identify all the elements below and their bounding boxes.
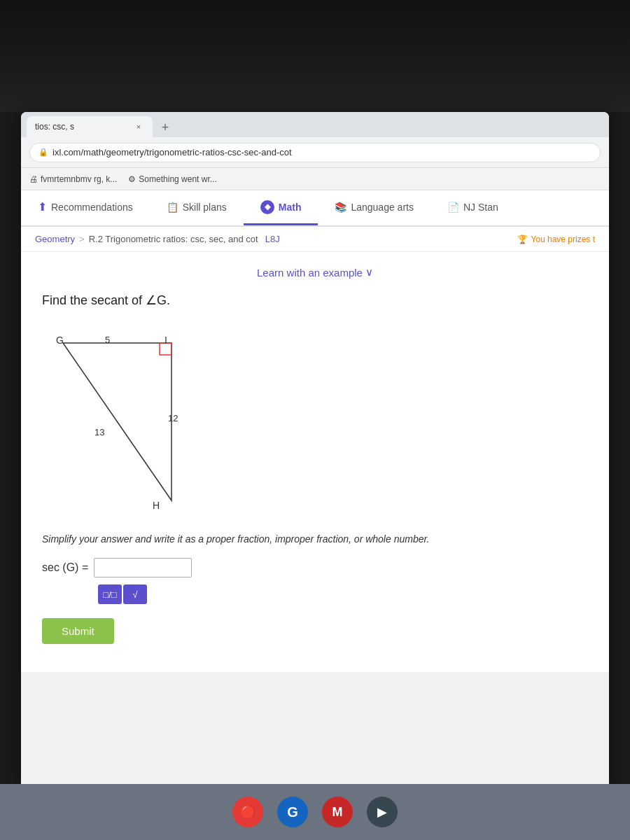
lock-icon: 🔒 xyxy=(38,148,48,157)
nav-nj-state[interactable]: 📄 NJ Stan xyxy=(430,190,515,225)
prize-notice: 🏆 You have prizes t xyxy=(517,234,595,244)
nav-math-label: Math xyxy=(279,202,302,213)
equation-label: sec (G) = xyxy=(42,561,88,574)
triangle-diagram: G 5 I 12 13 H xyxy=(56,322,238,518)
bookmark-label-1: fvmrtemnbmv rg, k... xyxy=(41,174,117,184)
tab-bar: tios: csc, s × + xyxy=(21,112,609,137)
breadcrumb-bar: Geometry > R.2 Trigonometric ratios: csc… xyxy=(21,227,609,252)
breadcrumb-code: L8J xyxy=(265,234,280,244)
triangle-svg xyxy=(56,322,210,511)
submit-button[interactable]: Submit xyxy=(42,618,114,644)
nav-recommendations-label: Recommendations xyxy=(51,202,133,213)
laptop-frame-top xyxy=(0,0,630,112)
learn-example-text: Learn with an example xyxy=(257,267,363,279)
learn-example-section: Learn with an example ∨ xyxy=(42,266,588,279)
tab-title: tios: csc, s xyxy=(35,122,74,132)
play-icon: ▶ xyxy=(377,804,387,820)
bookmark-1[interactable]: 🖨 fvmrtemnbmv rg, k... xyxy=(29,174,117,184)
nav-language-arts-label: Language arts xyxy=(351,202,414,213)
taskbar-icon-gmail[interactable]: M xyxy=(322,797,353,827)
vertex-i-label: I xyxy=(164,335,167,346)
trophy-icon: 🏆 xyxy=(517,234,528,244)
math-icon: ◆ xyxy=(260,200,274,214)
browser-window: tios: csc, s × + 🔒 ixl.com/math/geometry… xyxy=(21,112,609,784)
fraction-button[interactable]: □/□ xyxy=(98,584,122,604)
skill-plans-icon: 📋 xyxy=(167,202,178,213)
svg-marker-0 xyxy=(63,343,172,500)
nav-language-arts[interactable]: 📚 Language arts xyxy=(318,190,430,225)
nav-math[interactable]: ◆ Math xyxy=(244,190,318,225)
nav-nj-state-label: NJ Stan xyxy=(463,202,498,213)
question-text: Find the secant of ∠G. xyxy=(42,293,588,308)
nj-state-icon: 📄 xyxy=(447,202,459,213)
taskbar: 🔴 G M ▶ xyxy=(0,784,630,840)
side-gh-label: 13 xyxy=(94,427,104,438)
chevron-down-icon: ∨ xyxy=(365,266,373,279)
bookmarks-bar: 🖨 fvmrtemnbmv rg, k... ⚙ Something went … xyxy=(21,168,609,190)
bookmark-icon-2: ⚙ xyxy=(128,174,136,184)
url-text: ixl.com/math/geometry/trigonometric-rati… xyxy=(52,147,292,158)
ixl-nav: ⬆ Recommendations 📋 Skill plans ◆ Math 📚… xyxy=(21,190,609,227)
language-arts-icon: 📚 xyxy=(335,202,346,213)
breadcrumb-lesson: R.2 Trigonometric ratios: csc, sec, and … xyxy=(89,234,258,244)
bookmark-icon-1: 🖨 xyxy=(29,174,38,184)
taskbar-icon-play[interactable]: ▶ xyxy=(367,797,398,827)
answer-section: Simplify your answer and write it as a p… xyxy=(42,532,588,644)
breadcrumb-geometry[interactable]: Geometry xyxy=(35,234,75,244)
new-tab-button[interactable]: + xyxy=(155,118,175,137)
active-tab[interactable]: tios: csc, s × xyxy=(27,116,153,137)
nav-skill-plans[interactable]: 📋 Skill plans xyxy=(150,190,244,225)
address-bar-row: 🔒 ixl.com/math/geometry/trigonometric-ra… xyxy=(21,137,609,168)
tab-close-button[interactable]: × xyxy=(133,121,144,132)
google-icon: G xyxy=(287,804,298,820)
math-buttons: □/□ √ xyxy=(98,584,588,604)
simplify-instructions: Simplify your answer and write it as a p… xyxy=(42,532,588,547)
nav-skill-plans-label: Skill plans xyxy=(183,202,227,213)
gmail-icon: M xyxy=(332,805,343,820)
bookmark-2[interactable]: ⚙ Something went wr... xyxy=(128,174,216,184)
vertex-h-label: H xyxy=(153,500,160,511)
equation-row: sec (G) = xyxy=(42,558,588,578)
taskbar-icon-1[interactable]: 🔴 xyxy=(232,797,263,827)
address-bar[interactable]: 🔒 ixl.com/math/geometry/trigonometric-ra… xyxy=(29,143,601,162)
answer-input[interactable] xyxy=(94,558,192,578)
side-ih-label: 12 xyxy=(168,413,178,424)
bookmark-label-2: Something went wr... xyxy=(139,174,216,184)
taskbar-app-icon-1: 🔴 xyxy=(240,804,255,820)
vertex-g-label: G xyxy=(56,335,64,346)
nav-recommendations[interactable]: ⬆ Recommendations xyxy=(21,190,150,225)
side-gi-label: 5 xyxy=(105,335,110,345)
prize-text: You have prizes t xyxy=(531,234,595,244)
learn-example-link[interactable]: Learn with an example ∨ xyxy=(257,266,373,279)
taskbar-icon-google[interactable]: G xyxy=(277,797,308,827)
breadcrumb-separator: > xyxy=(79,234,85,244)
recommendations-icon: ⬆ xyxy=(38,200,47,214)
main-content: Learn with an example ∨ Find the secant … xyxy=(21,252,609,672)
sqrt-button[interactable]: √ xyxy=(123,584,147,604)
